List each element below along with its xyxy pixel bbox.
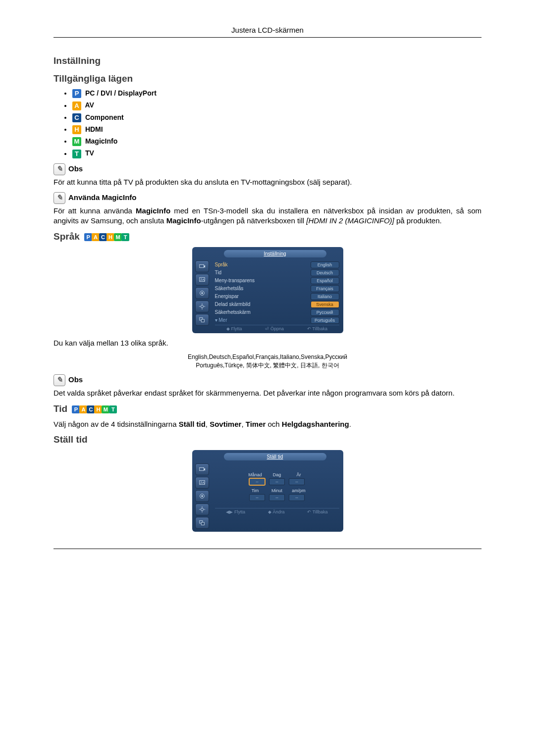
- footer-open: ⏎ Öppna: [265, 326, 284, 331]
- input-day[interactable]: --: [269, 478, 285, 485]
- footer-back: ↶ Tillbaka: [307, 326, 327, 331]
- p-icon: P: [72, 89, 81, 98]
- svg-point-5: [201, 305, 203, 307]
- h-icon: H: [107, 233, 114, 241]
- osd-stall-tid-panel: Ställ tid Månad Dag År -- -- --: [192, 450, 343, 532]
- osd-menu-item[interactable]: Energispar: [215, 294, 239, 299]
- mode-item-tv: T TV: [64, 149, 482, 158]
- mode-label: AV: [85, 101, 94, 109]
- mode-label: MagicInfo: [85, 137, 117, 145]
- m-icon: M: [102, 405, 109, 413]
- footer-move: ◆ Flytta: [226, 326, 242, 331]
- mode-label: Component: [85, 113, 124, 121]
- osd-footer: ◀▶ Flytta ◆ Ändra ↶ Tillbaka: [215, 508, 339, 514]
- t-icon: T: [72, 150, 81, 158]
- lang-option[interactable]: Italiano: [311, 293, 339, 300]
- osd-clock-set: Månad Dag År -- -- -- Tim Minut am/pm --…: [212, 462, 341, 530]
- mode-item-hdmi: H HDMI: [64, 125, 482, 134]
- input-minute[interactable]: --: [269, 494, 285, 501]
- side-picture-icon[interactable]: [195, 477, 209, 489]
- t-icon: T: [109, 405, 117, 413]
- mode-item-av: A AV: [64, 101, 482, 110]
- side-sound-icon[interactable]: [195, 287, 209, 299]
- side-multi-icon[interactable]: [195, 517, 209, 529]
- side-setup-icon[interactable]: [195, 504, 209, 515]
- label-minute: Minut: [268, 488, 286, 493]
- osd-menu-item[interactable]: Språk: [215, 262, 228, 267]
- label-hour: Tim: [246, 488, 264, 493]
- obs-label: Obs: [68, 375, 83, 384]
- section-tid: Tid PACHMT: [54, 403, 482, 414]
- svg-point-14: [201, 481, 202, 482]
- t-icon: T: [121, 233, 129, 241]
- bullet-icon: [64, 117, 66, 119]
- lang-option[interactable]: Français: [311, 285, 339, 292]
- note-obs-2: ✎Obs: [54, 374, 482, 386]
- m-icon: M: [114, 233, 122, 241]
- osd-sprak-panel: Inställning SpråkEnglish TidDeutsch Meny…: [192, 247, 343, 333]
- mode-strip-icons: PACHMT: [84, 231, 129, 242]
- note-icon: ✎: [54, 192, 65, 204]
- magicinfo-label: Använda MagicInfo: [68, 193, 137, 202]
- mode-item-pc: P PC / DVI / DisplayPort: [64, 89, 482, 98]
- osd-menu-item[interactable]: Delad skärmbild: [215, 302, 251, 307]
- osd-menu-item[interactable]: Tid: [215, 270, 222, 275]
- svg-rect-12: [199, 467, 204, 470]
- input-hour[interactable]: --: [249, 494, 265, 501]
- lang-option[interactable]: Español: [311, 277, 339, 284]
- obs1-body: För att kunna titta på TV på produkten s…: [54, 177, 482, 187]
- osd-more[interactable]: Mer: [215, 317, 227, 323]
- lang-option[interactable]: Русский: [311, 309, 339, 316]
- lang-option[interactable]: Português: [311, 317, 339, 324]
- side-setup-icon[interactable]: [195, 301, 209, 312]
- svg-point-4: [201, 292, 203, 294]
- section-modes: Tillgängliga lägen: [54, 73, 482, 84]
- footer-rule: [54, 549, 482, 549]
- bullet-icon: [64, 129, 66, 131]
- osd-title: Inställning: [224, 250, 326, 257]
- footer-change: ◆ Ändra: [268, 509, 285, 514]
- modes-list: P PC / DVI / DisplayPort A AV C Componen…: [54, 89, 482, 158]
- input-ampm[interactable]: --: [289, 494, 305, 501]
- mode-strip-icons: PACHMT: [72, 403, 116, 414]
- section-stall-tid: Ställ tid: [54, 434, 482, 445]
- note-obs-1: ✎Obs: [54, 163, 482, 175]
- a-icon: A: [92, 233, 100, 241]
- lang-option[interactable]: English: [311, 261, 339, 268]
- p-icon: P: [84, 233, 92, 241]
- svg-point-16: [201, 495, 203, 497]
- svg-rect-0: [199, 264, 204, 267]
- a-icon: A: [79, 405, 87, 413]
- osd-side-icons: [194, 462, 212, 530]
- side-multi-icon[interactable]: [195, 314, 209, 326]
- h-icon: H: [72, 125, 81, 134]
- svg-point-17: [201, 508, 203, 510]
- bullet-icon: [64, 153, 66, 155]
- label-month: Månad: [246, 472, 264, 477]
- side-picture-icon[interactable]: [195, 274, 209, 286]
- osd-menu-item[interactable]: Säkerhetsskärm: [215, 309, 251, 315]
- note-icon: ✎: [54, 163, 65, 175]
- label-day: Dag: [268, 472, 286, 477]
- svg-point-2: [201, 278, 202, 279]
- input-year[interactable]: --: [289, 478, 305, 485]
- bullet-icon: [64, 105, 66, 107]
- note-magicinfo: ✎Använda MagicInfo: [54, 192, 482, 204]
- side-input-icon[interactable]: [195, 260, 209, 272]
- lang-list: English,Deutsch,Español,Français,Italian…: [54, 353, 482, 370]
- h-icon: H: [94, 405, 102, 413]
- osd-title: Ställ tid: [224, 453, 326, 460]
- svg-rect-23: [201, 522, 204, 525]
- c-icon: C: [87, 405, 95, 413]
- mode-item-magicinfo: M MagicInfo: [64, 137, 482, 146]
- section-installning: Inställning: [54, 55, 482, 66]
- lang-option[interactable]: Deutsch: [311, 269, 339, 276]
- bullet-icon: [64, 141, 66, 143]
- osd-footer: ◆ Flytta ⏎ Öppna ↶ Tillbaka: [215, 325, 339, 331]
- osd-menu-item[interactable]: Säkerhetslås: [215, 286, 244, 291]
- input-month[interactable]: --: [249, 478, 265, 485]
- side-input-icon[interactable]: [195, 463, 209, 475]
- side-sound-icon[interactable]: [195, 490, 209, 502]
- osd-menu-item[interactable]: Meny-transparens: [215, 278, 255, 283]
- lang-option-selected[interactable]: Svenska: [311, 301, 339, 308]
